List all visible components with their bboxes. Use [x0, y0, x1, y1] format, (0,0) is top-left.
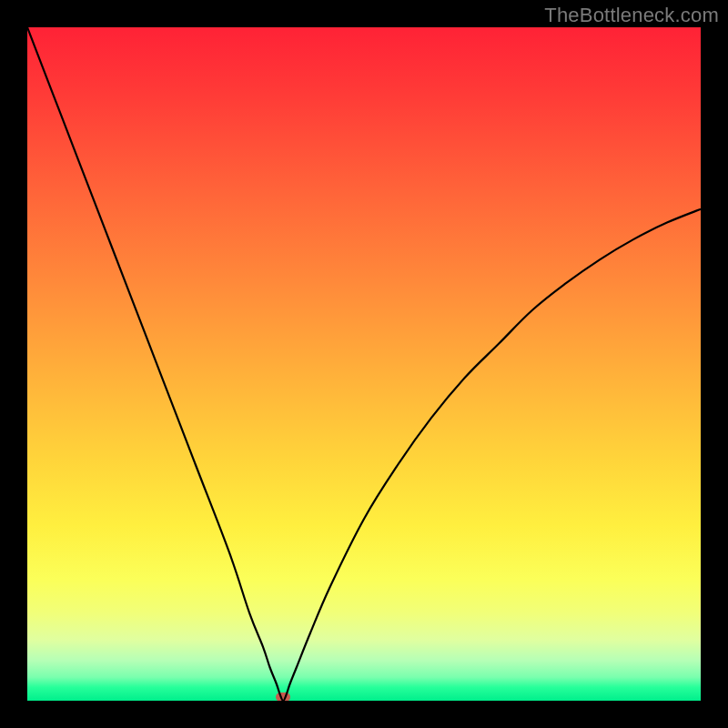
chart-frame: TheBottleneck.com	[0, 0, 728, 728]
bottleneck-curve	[27, 27, 701, 701]
watermark-text: TheBottleneck.com	[544, 4, 719, 27]
curve-svg	[27, 27, 701, 701]
plot-area	[27, 27, 701, 701]
